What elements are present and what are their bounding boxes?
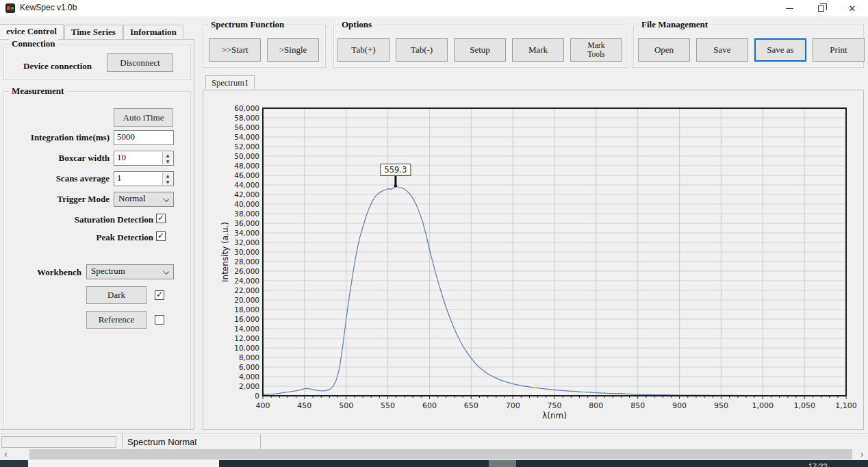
taskbar-strip[interactable]: 17:22 bbox=[0, 460, 868, 467]
svg-text:54,000: 54,000 bbox=[234, 133, 259, 141]
app-window: KewSpec v1.0b ✕ evice Control Time Serie… bbox=[0, 0, 868, 467]
mark-button[interactable]: Mark bbox=[512, 38, 564, 62]
svg-text:14,000: 14,000 bbox=[234, 325, 259, 333]
trigger-mode-label: Trigger Mode bbox=[58, 194, 110, 205]
svg-text:24,000: 24,000 bbox=[234, 277, 259, 285]
print-button[interactable]: Print bbox=[813, 38, 865, 62]
tab-plus-button[interactable]: Tab(+) bbox=[337, 38, 390, 62]
boxcar-width-label: Boxcar width bbox=[58, 153, 110, 164]
spinner-up-icon[interactable]: ▲ bbox=[163, 173, 173, 179]
svg-text:40,000: 40,000 bbox=[234, 200, 259, 208]
svg-text:559.3: 559.3 bbox=[384, 165, 407, 175]
taskbar-segment[interactable] bbox=[0, 460, 27, 467]
tab-information[interactable]: Information bbox=[123, 25, 183, 40]
svg-text:800: 800 bbox=[589, 401, 603, 410]
svg-text:30,000: 30,000 bbox=[234, 248, 259, 256]
svg-text:34,000: 34,000 bbox=[234, 229, 259, 237]
scrollbar-thumb[interactable] bbox=[29, 449, 852, 459]
boxcar-width-input[interactable]: 10 ▲ ▼ bbox=[114, 151, 174, 166]
svg-text:32,000: 32,000 bbox=[234, 238, 259, 247]
integration-time-input[interactable]: 5000 bbox=[114, 130, 174, 145]
setup-button[interactable]: Setup bbox=[454, 38, 506, 62]
file-management-group: File Management Open Save Save as Print bbox=[633, 25, 864, 68]
status-bar: Spectrum Normal bbox=[0, 433, 868, 449]
open-button[interactable]: Open bbox=[638, 38, 690, 62]
device-connection-label: Device connection bbox=[23, 61, 92, 72]
workbench-value: Spectrum bbox=[91, 266, 125, 276]
svg-text:58,000: 58,000 bbox=[234, 114, 259, 122]
svg-text:52,000: 52,000 bbox=[234, 142, 259, 151]
scans-average-input[interactable]: 1 ▲ ▼ bbox=[114, 171, 174, 186]
minimize-button[interactable] bbox=[774, 0, 805, 16]
spectrum-function-header: Spectrum Function bbox=[208, 19, 287, 30]
taskbar-clock: 17:22 bbox=[808, 462, 828, 467]
tab-minus-button[interactable]: Tab(-) bbox=[396, 38, 448, 62]
horizontal-scrollbar[interactable]: ‹ › bbox=[0, 449, 868, 459]
window-title: KewSpec v1.0b bbox=[20, 3, 77, 12]
tab-device-control[interactable]: evice Control bbox=[0, 24, 64, 40]
reference-checkbox[interactable] bbox=[155, 315, 164, 325]
svg-text:46,000: 46,000 bbox=[234, 171, 259, 179]
svg-text:650: 650 bbox=[464, 401, 478, 410]
spectrum-function-group: Spectrum Function >>Start >Single bbox=[203, 25, 326, 68]
workbench-dropdown[interactable]: Spectrum bbox=[86, 264, 174, 279]
app-logo-icon bbox=[5, 3, 15, 13]
svg-text:36,000: 36,000 bbox=[234, 219, 259, 227]
scroll-left-icon[interactable]: ‹ bbox=[0, 449, 12, 459]
single-button[interactable]: >Single bbox=[267, 38, 319, 62]
close-button[interactable]: ✕ bbox=[837, 0, 868, 16]
svg-text:750: 750 bbox=[548, 401, 562, 410]
scroll-right-icon[interactable]: › bbox=[856, 449, 868, 459]
svg-text:18,000: 18,000 bbox=[234, 305, 259, 314]
spinner-down-icon[interactable]: ▼ bbox=[163, 158, 173, 164]
svg-text:22,000: 22,000 bbox=[234, 286, 259, 294]
scans-average-stepper[interactable]: ▲ ▼ bbox=[162, 173, 173, 185]
save-button[interactable]: Save bbox=[696, 38, 748, 62]
svg-text:8,000: 8,000 bbox=[239, 353, 259, 362]
svg-text:10,000: 10,000 bbox=[234, 344, 259, 352]
svg-text:Intensity (a.u.): Intensity (a.u.) bbox=[220, 222, 230, 282]
spinner-up-icon[interactable]: ▲ bbox=[163, 152, 173, 158]
svg-text:38,000: 38,000 bbox=[234, 210, 259, 218]
file-management-header: File Management bbox=[639, 19, 711, 30]
taskbar-segment[interactable] bbox=[28, 460, 219, 467]
spectrum1-tab[interactable]: Spectrum1 bbox=[205, 75, 255, 90]
restore-button[interactable] bbox=[805, 0, 837, 16]
save-as-button[interactable]: Save as bbox=[754, 38, 806, 62]
svg-text:60,000: 60,000 bbox=[234, 104, 259, 112]
svg-text:1,000: 1,000 bbox=[752, 401, 774, 410]
connection-group: Connection Device connection Disconnect bbox=[3, 44, 191, 80]
svg-text:900: 900 bbox=[672, 401, 687, 410]
peak-detection-checkbox[interactable] bbox=[156, 231, 166, 241]
tab-time-series[interactable]: Time Series bbox=[64, 25, 123, 40]
mark-tools-button[interactable]: Mark Tools bbox=[570, 38, 622, 62]
chevron-down-icon bbox=[163, 196, 169, 202]
close-icon: ✕ bbox=[849, 4, 856, 13]
svg-text:6,000: 6,000 bbox=[239, 363, 259, 371]
svg-text:56,000: 56,000 bbox=[234, 123, 259, 131]
scans-average-label: Scans average bbox=[56, 173, 110, 184]
svg-text:12,000: 12,000 bbox=[234, 334, 259, 342]
dark-checkbox[interactable] bbox=[155, 290, 164, 300]
spectrum-chart[interactable]: 4004505005506006507007508008509009501,00… bbox=[203, 90, 863, 429]
trigger-mode-value: Normal bbox=[118, 193, 146, 203]
reference-button[interactable]: Reference bbox=[86, 311, 146, 329]
workbench-label: Workbench bbox=[37, 267, 81, 278]
taskbar-segment[interactable] bbox=[489, 460, 516, 467]
disconnect-button[interactable]: Disconnect bbox=[107, 53, 173, 72]
svg-text:500: 500 bbox=[339, 401, 353, 410]
svg-text:26,000: 26,000 bbox=[234, 267, 259, 275]
trigger-mode-dropdown[interactable]: Normal bbox=[114, 192, 174, 207]
saturation-detection-label: Saturation Detection bbox=[75, 214, 153, 225]
dark-button[interactable]: Dark bbox=[86, 286, 146, 304]
auto-itime-button[interactable]: Auto iTime bbox=[114, 108, 173, 127]
saturation-detection-checkbox[interactable] bbox=[156, 214, 166, 223]
spinner-down-icon[interactable]: ▼ bbox=[163, 179, 173, 185]
svg-text:1,100: 1,100 bbox=[835, 401, 857, 410]
svg-text:42,000: 42,000 bbox=[234, 190, 259, 199]
boxcar-width-stepper[interactable]: ▲ ▼ bbox=[162, 152, 173, 164]
svg-text:0: 0 bbox=[255, 392, 259, 400]
start-button[interactable]: >>Start bbox=[209, 38, 261, 62]
chart-page: 4004505005506006507007508008509009501,00… bbox=[203, 90, 864, 430]
svg-text:2,000: 2,000 bbox=[239, 382, 259, 390]
